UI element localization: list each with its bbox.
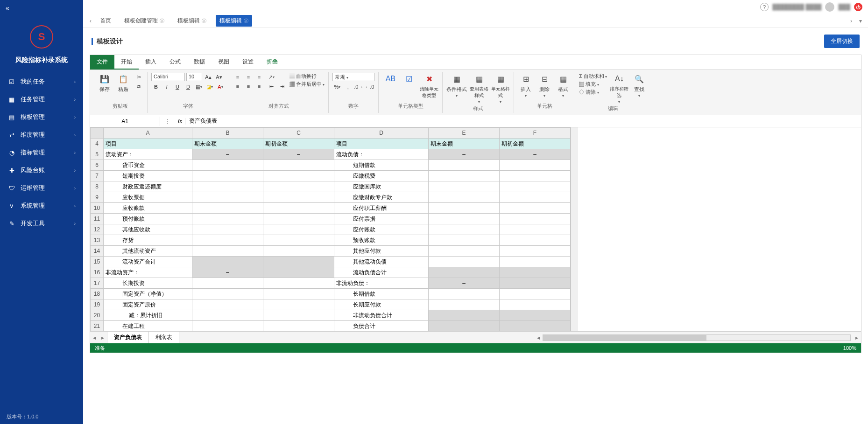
cell[interactable]: 期初金额 xyxy=(500,139,571,149)
cell[interactable] xyxy=(429,192,500,203)
fill-button[interactable]: ▦ 填充 xyxy=(579,81,607,88)
cell[interactable]: 流动资产： xyxy=(104,149,192,160)
merge-center-button[interactable]: ▦ 合并后居中 xyxy=(289,81,325,88)
cell[interactable]: 短期借款 xyxy=(334,160,429,171)
cell[interactable]: 应付账款 xyxy=(334,224,429,235)
percent-button[interactable]: % xyxy=(332,83,342,91)
cell[interactable]: 应付职工薪酬 xyxy=(334,203,429,214)
cell[interactable] xyxy=(192,181,263,192)
cell[interactable]: 非流动负债合计 xyxy=(334,310,429,321)
cell[interactable]: 应缴税费 xyxy=(334,171,429,181)
number-format-select[interactable]: 常规 xyxy=(332,73,374,81)
cell[interactable]: – xyxy=(192,267,263,278)
cell[interactable] xyxy=(500,214,571,224)
delete-button[interactable]: ⊟删除 xyxy=(536,73,552,98)
cell[interactable]: – xyxy=(500,149,571,160)
cell[interactable] xyxy=(263,192,334,203)
cell[interactable] xyxy=(263,246,334,257)
cell[interactable] xyxy=(429,257,500,267)
row-header[interactable]: 14 xyxy=(91,246,104,257)
cell[interactable] xyxy=(192,160,263,171)
cell[interactable]: 减：累计折旧 xyxy=(104,310,192,321)
paste-button[interactable]: 📋粘贴 xyxy=(115,73,131,93)
cell[interactable]: 长期应付款 xyxy=(334,299,429,310)
cell[interactable]: 财政应返还额度 xyxy=(104,181,192,192)
cell[interactable]: 非流动资产： xyxy=(104,267,192,278)
cell-type-ab-button[interactable]: AB xyxy=(382,73,398,85)
cell[interactable]: 流动负债合计 xyxy=(334,267,429,278)
page-tab-2[interactable]: 模板编辑 ⓧ xyxy=(174,15,210,27)
cell[interactable] xyxy=(500,257,571,267)
cell[interactable]: 应收票据 xyxy=(104,192,192,203)
cut-button[interactable]: ✂ xyxy=(134,73,143,81)
cell-style-button[interactable]: ▦单元格样式 xyxy=(491,73,510,104)
power-button[interactable]: ⏻ xyxy=(854,3,862,11)
cell[interactable]: 应收账款 xyxy=(104,203,192,214)
sort-filter-button[interactable]: A↓排序和筛选 xyxy=(610,73,628,104)
underline-button[interactable]: U xyxy=(173,83,182,91)
cell[interactable]: 负债合计 xyxy=(334,321,429,332)
column-header-D[interactable]: D xyxy=(334,128,429,139)
row-header[interactable]: 19 xyxy=(91,299,104,310)
cell[interactable]: 长期投资 xyxy=(104,278,192,289)
ribbon-tab-折叠[interactable]: 折叠 xyxy=(260,55,284,70)
cell[interactable] xyxy=(429,160,500,171)
sheet-nav-next[interactable]: ▸ xyxy=(99,334,107,341)
cell[interactable]: 短期投资 xyxy=(104,171,192,181)
hscroll-left[interactable]: ◂ xyxy=(534,334,543,341)
align-middle-button[interactable]: ≡ xyxy=(244,73,253,81)
ribbon-tab-开始[interactable]: 开始 xyxy=(114,55,139,70)
decrease-decimal-button[interactable]: ←.0 xyxy=(365,83,374,91)
avatar[interactable] xyxy=(825,2,834,12)
close-icon[interactable]: ⓧ xyxy=(244,18,248,24)
cell[interactable] xyxy=(263,214,334,224)
column-header-F[interactable]: F xyxy=(500,128,571,139)
border-button[interactable]: ▦ xyxy=(194,83,204,91)
align-right-button[interactable]: ≡ xyxy=(254,82,264,90)
increase-decimal-button[interactable]: .0→ xyxy=(354,83,363,91)
grid[interactable]: ABCDEF4项目期末金额期初金额项目期末金额期初金额5流动资产：––流动负债：… xyxy=(90,127,861,331)
fullscreen-button[interactable]: 全屏切换 xyxy=(824,35,860,48)
sidebar-item-7[interactable]: ∨系统管理› xyxy=(0,197,83,215)
cell[interactable] xyxy=(500,181,571,192)
cell[interactable]: 项目 xyxy=(334,139,429,149)
cell[interactable] xyxy=(263,181,334,192)
cell-type-check-button[interactable]: ☑ xyxy=(401,73,417,85)
cell[interactable] xyxy=(500,321,571,332)
row-header[interactable]: 17 xyxy=(91,278,104,289)
cell[interactable]: 存货 xyxy=(104,235,192,246)
clear-cell-type-button[interactable]: ✖清除单元格类型 xyxy=(420,73,438,99)
vertical-scrollbar[interactable] xyxy=(571,127,578,331)
cell[interactable] xyxy=(192,203,263,214)
column-header-C[interactable]: C xyxy=(263,128,334,139)
cell[interactable] xyxy=(500,171,571,181)
cell[interactable] xyxy=(429,289,500,299)
row-header[interactable]: 18 xyxy=(91,289,104,299)
wrap-text-button[interactable]: ▤ 自动换行 xyxy=(289,73,325,80)
page-tab-1[interactable]: 模板创建管理 ⓧ xyxy=(120,15,168,27)
clear-button[interactable]: ◇ 清除 xyxy=(579,89,607,96)
row-header[interactable]: 6 xyxy=(91,160,104,171)
cell[interactable] xyxy=(263,171,334,181)
cell[interactable]: 长期借款 xyxy=(334,289,429,299)
row-header[interactable]: 20 xyxy=(91,310,104,321)
insert-button[interactable]: ⊞插入 xyxy=(518,73,534,98)
cell[interactable]: 流动资产合计 xyxy=(104,257,192,267)
cell[interactable]: 应付票据 xyxy=(334,214,429,224)
font-grow-button[interactable]: A▴ xyxy=(204,73,213,81)
cell[interactable]: 期末金额 xyxy=(429,139,500,149)
tab-nav-next[interactable]: › xyxy=(847,18,855,24)
cell[interactable]: 其他应付款 xyxy=(334,246,429,257)
cell[interactable] xyxy=(263,160,334,171)
row-header[interactable]: 8 xyxy=(91,181,104,192)
cell[interactable] xyxy=(429,246,500,257)
cell[interactable] xyxy=(192,235,263,246)
ribbon-tab-设置[interactable]: 设置 xyxy=(236,55,260,70)
cell[interactable]: 其他应收款 xyxy=(104,224,192,235)
align-center-button[interactable]: ≡ xyxy=(244,82,253,90)
font-color-button[interactable]: A xyxy=(216,83,225,91)
cell[interactable] xyxy=(263,289,334,299)
ribbon-tab-数据[interactable]: 数据 xyxy=(187,55,212,70)
save-button[interactable]: 💾保存 xyxy=(97,73,113,93)
cell[interactable] xyxy=(263,321,334,332)
